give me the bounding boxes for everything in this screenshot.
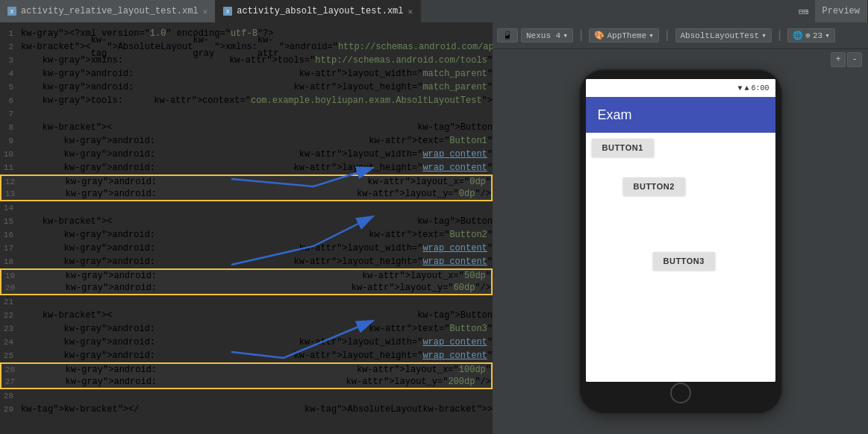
code-line: 17 kw-gray">android:kw-attr">layout_widt… (0, 242, 493, 255)
phone-bottom (586, 382, 775, 404)
line-number: 23 (0, 322, 18, 336)
tab-absolt-label: activity_absolt_layout_test.xml (237, 6, 403, 16)
line-number: 9 (0, 134, 18, 148)
xml-icon-2: X (223, 7, 232, 16)
code-line: 21 (0, 295, 493, 309)
phone-title-bar: Exam (586, 97, 775, 133)
code-area[interactable]: 1 kw-gray"><?xml version="1.0" encoding=… (0, 22, 493, 434)
code-line: 27 kw-gray">android:kw-attr">layout_y="2… (0, 376, 493, 389)
line-number: 21 (0, 295, 18, 309)
phone-button3: BUTTON3 (653, 252, 715, 270)
line-content: kw-gray">tools: (18, 94, 154, 107)
code-line: 1 kw-gray"><?xml version="1.0" encoding=… (0, 27, 493, 40)
phone-button1: BUTTON1 (592, 139, 654, 157)
code-line: 22 kw-bracket"><kw-tag">Button (0, 309, 493, 322)
sep1: | (576, 29, 587, 43)
line-content: kw-bracket">< (18, 121, 417, 134)
line-content: kw-gray">android: (19, 281, 352, 295)
tab-close-1[interactable]: ✕ (203, 7, 208, 16)
code-line: 24 kw-gray">android:kw-attr">layout_widt… (0, 336, 493, 349)
phone-title-text: Exam (598, 107, 632, 123)
tab-tools: ⊟⊞ (793, 7, 814, 16)
nexus-dropdown-icon: ▾ (563, 31, 568, 40)
code-line: 16 kw-gray">android:kw-attr">text="Butto… (0, 228, 493, 242)
line-content: kw-gray"><?xml version="1.0" encoding="u… (18, 27, 493, 40)
code-line: 23 kw-gray">android:kw-attr">text="Butto… (0, 322, 493, 336)
phone-content: BUTTON1 BUTTON2 BUTTON3 (586, 133, 775, 382)
layout-btn[interactable]: AbsoltLayoutTest ▾ (675, 28, 772, 43)
line-number: 7 (0, 107, 18, 121)
tab-bar: X activity_relative_layout_test.xml ✕ X … (0, 0, 868, 22)
line-number: 4 (0, 67, 18, 81)
line-content: kw-gray">android: (19, 375, 346, 389)
line-number: 6 (0, 94, 18, 107)
line-number: 16 (0, 228, 18, 242)
line-number: 22 (0, 309, 18, 322)
line-content: kw-gray">android: (18, 322, 369, 336)
line-number: 17 (0, 242, 18, 255)
line-content (18, 295, 493, 309)
code-line: 10 kw-gray">android:kw-attr">layout_widt… (0, 148, 493, 161)
code-line: 11 kw-gray">android:kw-attr">layout_heig… (0, 161, 493, 174)
line-content: kw-gray">android: (18, 148, 299, 161)
tab-preview[interactable]: Preview (815, 0, 868, 22)
code-line: 18 kw-gray">android:kw-attr">layout_heig… (0, 255, 493, 268)
theme-dropdown-icon: ▾ (649, 31, 654, 40)
nexus-btn[interactable]: Nexus 4 ▾ (521, 28, 573, 43)
sep3: | (775, 29, 785, 43)
lang-globe-icon: 🌐 (793, 31, 803, 40)
code-line: 20 kw-gray">android:kw-attr">layout_y="6… (0, 282, 493, 295)
line-number: 18 (0, 255, 18, 268)
status-icons: ▼ ▲ 6:00 (737, 84, 769, 92)
code-line: 12 kw-gray">android:kw-attr">layout_x="0… (0, 174, 493, 188)
theme-palette-icon: 🎨 (594, 31, 605, 40)
zoom-in-btn[interactable]: + (831, 52, 846, 67)
code-line: 2 kw-bracket"><kw-tag">AbsoluteLayout kw… (0, 40, 493, 54)
phone-button2: BUTTON2 (623, 177, 685, 195)
code-line: 3 kw-gray">xmlns:kw-attr">tools="http://… (0, 54, 493, 67)
nexus-label: Nexus 4 (526, 31, 561, 40)
line-number: 13 (1, 187, 19, 201)
xml-icon-1: X (7, 7, 16, 16)
line-number: 24 (0, 336, 18, 349)
code-line: 26 kw-gray">android:kw-attr">layout_x="1… (0, 362, 493, 376)
line-number: 28 (0, 389, 18, 403)
code-editor[interactable]: 1 kw-gray"><?xml version="1.0" encoding=… (0, 22, 493, 434)
toolbar-avd-btn[interactable]: 📱 (497, 28, 518, 43)
code-line: 25 kw-gray">android:kw-attr">layout_heig… (0, 349, 493, 362)
theme-label: AppTheme (607, 31, 646, 40)
phone-status-bar: ▼ ▲ 6:00 (586, 79, 775, 97)
zoom-controls: + - (831, 52, 862, 67)
main-content: 1 kw-gray"><?xml version="1.0" encoding=… (0, 22, 868, 434)
tab-tools-icon: ⊟⊞ (799, 7, 808, 16)
sep2: | (662, 29, 672, 43)
tab-relative[interactable]: X activity_relative_layout_test.xml ✕ (0, 0, 216, 22)
phone-icon: 📱 (502, 31, 513, 40)
line-content: kw-gray">xmlns: (18, 54, 229, 67)
zoom-out-btn[interactable]: - (847, 52, 862, 67)
line-number: 20 (1, 281, 19, 295)
line-number: 8 (0, 121, 18, 134)
line-content: kw-gray">android: (18, 81, 294, 94)
line-content: kw-gray">android: (18, 134, 369, 148)
theme-btn[interactable]: 🎨 AppTheme ▾ (589, 28, 658, 43)
line-content (18, 107, 493, 121)
wifi-icon: ▼ (737, 84, 742, 92)
line-content: kw-gray">android: (19, 187, 357, 201)
line-content: kw-gray">android: (18, 242, 299, 255)
tab-absolt[interactable]: X activity_absolt_layout_test.xml ✕ (216, 0, 421, 22)
code-line: 29 kw-tag">kw-bracket"></kw-tag">Absolut… (0, 403, 493, 416)
right-panel: 📱 Nexus 4 ▾ | 🎨 AppTheme ▾ | AbsoltLayou… (493, 22, 868, 434)
phone-screen: ▼ ▲ 6:00 Exam BUTTON1 BUTTON2 BUTTON3 (586, 79, 775, 382)
code-line: 19 kw-gray">android:kw-attr">layout_x="5… (0, 268, 493, 282)
layout-label: AbsoltLayoutTest (681, 31, 760, 40)
line-number: 10 (0, 148, 18, 161)
lang-dropdown-icon: ▾ (825, 31, 830, 40)
line-content: kw-gray">android: (18, 255, 294, 268)
code-line: 6 kw-gray">tools:kw-attr">context="com.e… (0, 94, 493, 107)
code-line: 8 kw-bracket"><kw-tag">Button (0, 121, 493, 134)
lang-btn[interactable]: 🌐 ⊕ 23 ▾ (787, 28, 834, 43)
tab-close-2[interactable]: ✕ (408, 7, 413, 16)
code-line: 15 kw-bracket"><kw-tag">Button (0, 215, 493, 228)
preview-area: + - ▼ ▲ 6:00 Exam (493, 49, 868, 434)
